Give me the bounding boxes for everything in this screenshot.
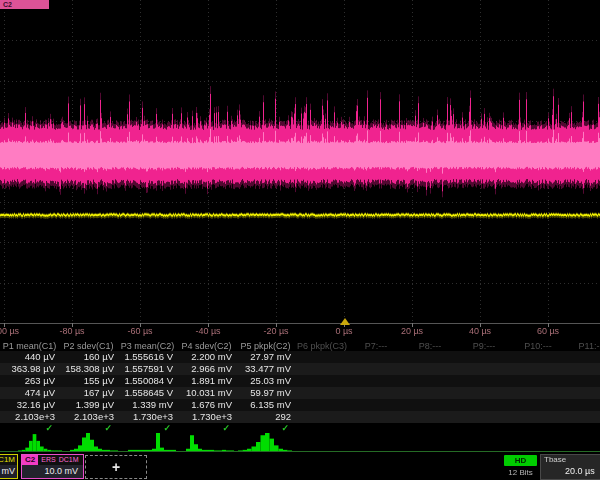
table-row-sdev: 32.16 µV 1.399 µV 1.339 mV 1.676 mV 6.13… [0, 399, 600, 411]
histicon-p3[interactable] [128, 431, 176, 451]
cell-value: 2.200 mV [177, 351, 236, 363]
timebase-value: 20.0 µs [541, 465, 600, 478]
timebase-descriptor[interactable]: Tbase 20.0 µs [540, 454, 600, 480]
time-tick-label: 40 µs [469, 326, 491, 336]
c2-label: C2 [22, 455, 38, 465]
cell-value: 1.339 mV [118, 399, 177, 411]
trigger-position-marker[interactable] [340, 318, 350, 325]
time-tick-label: -20 µs [263, 326, 288, 336]
measure-header-p2[interactable]: P2 sdev(C1) [59, 341, 118, 351]
c1-scale: 10.0 mV [0, 465, 17, 478]
table-row-num: 2.103e+3 2.103e+3 1.730e+3 1.730e+3 292 [0, 411, 600, 423]
cell-value: 6.135 mV [236, 399, 295, 411]
time-tick-label: 0 µs [335, 326, 352, 336]
measure-header-p6[interactable]: P6 pkpk(C3) [295, 341, 349, 351]
separator-line [0, 451, 600, 452]
cell-value: 363.98 µV [0, 363, 59, 375]
trace-label-badge: C2 [0, 0, 49, 9]
measure-header-p10[interactable]: P10:--- [511, 341, 565, 351]
measure-header-p7[interactable]: P7:--- [349, 341, 403, 351]
measure-header-p9[interactable]: P9:--- [457, 341, 511, 351]
cell-value: 1.555616 V [118, 351, 177, 363]
table-row-min: 263 µV 155 µV 1.550084 V 1.891 mV 25.03 … [0, 375, 600, 387]
cell-value: 292 [236, 411, 295, 423]
cell-value: 1.558645 V [118, 387, 177, 399]
measure-header-p11[interactable]: P11:--- [565, 341, 600, 351]
histicon-p5[interactable] [238, 431, 292, 451]
cell-value: 2.103e+3 [0, 411, 59, 423]
cell-value: 1.557591 V [118, 363, 177, 375]
histicon-p4[interactable] [186, 431, 234, 451]
hd-bits-label: 12 Bits [500, 468, 541, 477]
cell-value: 160 µV [59, 351, 118, 363]
c1-coupling: DC1M [0, 455, 17, 465]
add-trace-button[interactable]: + [85, 455, 147, 479]
cell-value: 440 µV [0, 351, 59, 363]
cell-value: 158.308 µV [59, 363, 118, 375]
channel-c1-descriptor[interactable]: DC1M 10.0 mV [0, 454, 18, 479]
measure-header-p4[interactable]: P4 sdev(C2) [177, 341, 236, 351]
measure-header-p8[interactable]: P8:--- [403, 341, 457, 351]
oscilloscope-screen: C2 -100 µs -80 µs -60 µs -40 µs -20 µs 0… [0, 0, 600, 480]
time-tick-label: -80 µs [59, 326, 84, 336]
timebase-label: Tbase [541, 455, 600, 465]
measure-header-p5[interactable]: P5 pkpk(C2) [236, 341, 295, 351]
time-tick-label: -40 µs [195, 326, 220, 336]
cell-value: 32.16 µV [0, 399, 59, 411]
time-tick-label: -100 µs [0, 326, 19, 336]
time-tick-label: -60 µs [127, 326, 152, 336]
table-row-mean: 363.98 µV 158.308 µV 1.557591 V 2.966 mV… [0, 363, 600, 375]
cell-value: 474 µV [0, 387, 59, 399]
cell-value: 10.031 mV [177, 387, 236, 399]
cell-value: 1.891 mV [177, 375, 236, 387]
cell-value: 59.97 mV [236, 387, 295, 399]
hd-mode-badge[interactable]: HD [504, 455, 537, 466]
cell-value: 1.550084 V [118, 375, 177, 387]
c2-coupling: DC1M [59, 455, 79, 465]
measure-header-p1[interactable]: P1 mean(C1) [0, 341, 59, 351]
time-tick-label: 20 µs [401, 326, 423, 336]
cell-value: 27.97 mV [236, 351, 295, 363]
measure-table-header-inactive: P6 pkpk(C3) P7:--- P8:--- P9:--- P10:---… [295, 341, 600, 351]
cell-value: 2.966 mV [177, 363, 236, 375]
cell-value: 1.399 µV [59, 399, 118, 411]
table-row-value: 440 µV 160 µV 1.555616 V 2.200 mV 27.97 … [0, 351, 600, 363]
cell-value: 1.730e+3 [118, 411, 177, 423]
c2-scale: 10.0 mV [22, 465, 83, 478]
time-tick-label: 60 µs [537, 326, 559, 336]
plus-icon: + [112, 459, 120, 475]
measure-header-p3[interactable]: P3 mean(C2) [118, 341, 177, 351]
table-row-max: 474 µV 167 µV 1.558645 V 10.031 mV 59.97… [0, 387, 600, 399]
cell-value: 1.730e+3 [177, 411, 236, 423]
cell-value: 167 µV [59, 387, 118, 399]
cell-value: 1.676 mV [177, 399, 236, 411]
cell-value: 263 µV [0, 375, 59, 387]
cell-value: 25.03 mV [236, 375, 295, 387]
cell-value: 33.477 mV [236, 363, 295, 375]
histicon-p1[interactable] [18, 431, 62, 451]
cell-value: 2.103e+3 [59, 411, 118, 423]
cell-value: 155 µV [59, 375, 118, 387]
channel-c2-descriptor[interactable]: C2 ERS DC1M 10.0 mV [21, 454, 84, 479]
c2-flag: ERS [41, 455, 55, 465]
waveform-display [0, 0, 600, 330]
histicon-p2[interactable] [70, 431, 118, 451]
